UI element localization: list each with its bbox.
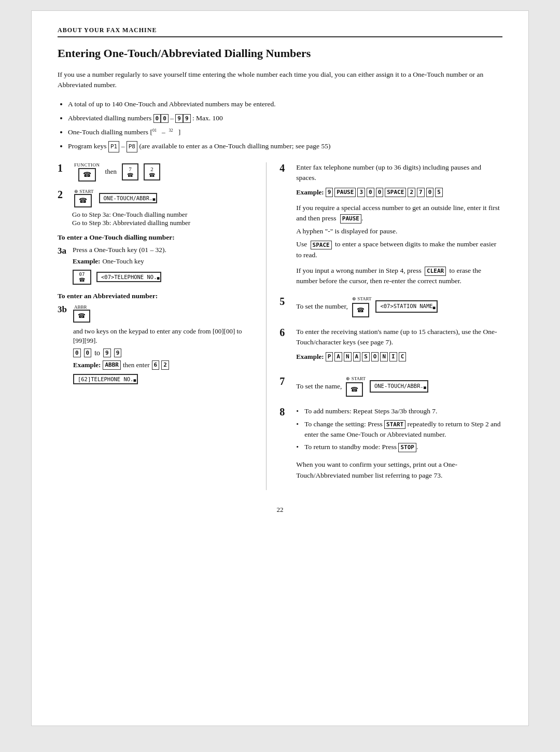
step-1-keys: FUNCTION ☎ then 7 ☎	[74, 162, 250, 182]
step-6-example: Example: P A N A S O N I C	[296, 352, 502, 362]
step-7-desc-pre: To set the name,	[296, 381, 342, 392]
step-2-keys: ⊕ START ☎ ONE-TOUCH/ABBR.	[74, 189, 250, 207]
function-key-label: FUNCTION	[74, 162, 100, 168]
abbr-example-key: ABBR	[103, 360, 121, 369]
step7-start-label: ⊕ START	[346, 375, 366, 383]
step-5-body: To set the number, ⊕ START ☎ <07>STATION…	[296, 296, 502, 317]
example-6-label: Example:	[296, 352, 324, 362]
hand-icon-start: ☎	[79, 197, 87, 205]
step-4-body: Enter fax telephone number (up to 36 dig…	[296, 162, 502, 287]
ex6-key-c: C	[399, 352, 407, 361]
step-4-row: 4 Enter fax telephone number (up to 36 d…	[279, 162, 502, 287]
ex6-key-n: N	[380, 352, 388, 361]
step-3a-keys-row: 07 ☎ <07>TELEPHONE NO.	[73, 270, 166, 285]
range-key-0-2: 0	[84, 349, 92, 357]
bullets-list: A total of up to 140 One-Touch and Abbre…	[68, 98, 502, 153]
p1-key: P1	[108, 141, 119, 152]
step-8: 8 • To add numbers: Repeat Steps 3a/3b t…	[279, 406, 502, 481]
ex6-key-o: O	[371, 352, 379, 361]
step3a-lcd-text: <07>TELEPHONE NO.	[101, 274, 157, 280]
abbr-key-btn[interactable]: ☎	[73, 310, 90, 323]
step-3a: 3a Press a One-Touch key (01 – 32). Exam…	[58, 246, 250, 285]
step-2-number: 2	[58, 189, 69, 200]
ex6-key-a: A	[334, 352, 342, 361]
step5-start-group: ⊕ START ☎	[352, 296, 372, 317]
step5-lcd: <07>STATION NAME	[375, 300, 437, 313]
pause-key-inline: PAUSE	[340, 214, 361, 223]
step2-notes: Go to Step 3a: One-Touch dialling number…	[72, 211, 250, 227]
bullet-item-one-touch: One-Touch dialling numbers [01 – 32 ]	[68, 126, 502, 138]
hand-icon-7: ☎	[351, 385, 358, 394]
space-key-inline: SPACE	[311, 241, 332, 249]
ex6-key-p: P	[326, 352, 333, 361]
step7-start-group: ⊕ START ☎	[346, 375, 366, 397]
step-5-number: 5	[279, 296, 290, 308]
step3a-heading: To enter a One-Touch dialling number:	[58, 233, 250, 242]
bullet-item-program: Program keys P1 – P8 (are available to e…	[68, 140, 502, 152]
bullet-dot-1: •	[296, 406, 301, 416]
example-key-label: 07	[79, 272, 85, 277]
step2-note1: Go to Step 3a: One-Touch dialling number	[72, 211, 250, 219]
example-3a-text: One-Touch key	[102, 257, 144, 266]
step-4-note2: A hyphen "-" is displayed for pause.	[296, 226, 502, 236]
step-5: 5 To set the number, ⊕ START ☎ <0	[279, 296, 502, 317]
key-99-2: 9	[183, 114, 191, 123]
step-7-row: 7 To set the name, ⊕ START ☎ ONE-	[279, 375, 502, 397]
key7-btn[interactable]: 7 ☎	[122, 163, 138, 180]
key2-btn[interactable]: 2 ☎	[144, 163, 160, 180]
step-3b-range: 0 0 to 9 9	[73, 349, 250, 357]
function-key-btn[interactable]: ☎	[78, 168, 96, 182]
step-6: 6 To enter the receiving station's name …	[279, 327, 502, 366]
step5-lcd-text: <07>STATION NAME	[380, 303, 432, 309]
step-6-number: 6	[279, 327, 290, 339]
step-6-desc: To enter the receiving station's name (u…	[296, 327, 502, 348]
step-5-row: 5 To set the number, ⊕ START ☎ <0	[279, 296, 502, 317]
step5-start-btn[interactable]: ☎	[352, 303, 369, 317]
header-title: ABOUT YOUR FAX MACHINE	[58, 26, 157, 34]
enter-key-2: 2	[161, 360, 169, 369]
step2-lcd: ONE-TOUCH/ABBR.	[99, 193, 158, 203]
ex4-key-9: 9	[326, 188, 333, 197]
step3b-lcd: [62]TELEPHONE NO.	[73, 374, 138, 384]
step8-bullet-2-content: To change the setting: Press START repea…	[304, 419, 502, 440]
start-key-group: ⊕ START ☎	[74, 189, 94, 207]
step2-note2: Go to Step 3b: Abbreviated dialling numb…	[72, 219, 250, 227]
step-1-number: 1	[58, 162, 69, 174]
step-5-desc-pre: To set the number,	[296, 301, 348, 312]
key-00-1: 0	[153, 114, 161, 123]
step-5-content: To set the number, ⊕ START ☎ <07>STATION…	[296, 296, 502, 317]
step-6-row: 6 To enter the receiving station's name …	[279, 327, 502, 366]
hand-icon-3: ☎	[149, 172, 155, 178]
ex4-key-0-3: 0	[426, 188, 434, 197]
ex4-key-5: 5	[435, 188, 443, 197]
ex6-key-s: S	[362, 352, 370, 361]
step-8-number: 8	[279, 406, 290, 418]
bullet-item-total: A total of up to 140 One-Touch and Abbre…	[68, 98, 502, 110]
range-key-9-1: 9	[103, 349, 111, 357]
step-3b-lcd-row: [62]TELEPHONE NO.	[73, 374, 250, 384]
step-3b-body: ABBR ☎ and two keys on the keypad to ent…	[73, 304, 250, 384]
step7-start-btn[interactable]: ☎	[346, 382, 363, 397]
hand-icon-5: ☎	[357, 305, 365, 315]
step5-start-label: ⊕ START	[352, 296, 372, 303]
step7-lcd-text: ONE-TOUCH/ABBR.	[374, 383, 424, 389]
right-column: 4 Enter fax telephone number (up to 36 d…	[266, 162, 502, 490]
step-2-content: ⊕ START ☎ ONE-TOUCH/ABBR.	[74, 189, 250, 207]
step-6-body: To enter the receiving station's name (u…	[296, 327, 502, 366]
hand-icon-1: ☎	[83, 171, 91, 179]
clear-key-inline: CLEAR	[425, 267, 446, 275]
step-8-row: 8 • To add numbers: Repeat Steps 3a/3b t…	[279, 406, 502, 481]
step-3b-key-row: ABBR ☎ and two keys on the keypad to ent…	[73, 304, 250, 345]
key-99-1: 9	[175, 114, 183, 123]
example-3a-key[interactable]: 07 ☎	[73, 270, 91, 285]
step8-bullet-3: • To return to standby mode: Press STOP.	[296, 442, 502, 452]
step-7-number: 7	[279, 375, 290, 387]
start-key-btn[interactable]: ☎	[74, 194, 92, 207]
page-number: 22	[58, 506, 502, 514]
abbr-key-group: ABBR ☎	[73, 304, 90, 323]
bullet-item-abbr: Abbreviated dialling numbers 00 – 99 : M…	[68, 112, 502, 124]
bullet-dot-3: •	[296, 442, 301, 452]
key-00-2: 0	[161, 114, 169, 123]
note4-pre: If you input a wrong number in Step 4, p…	[296, 267, 421, 274]
step-4-note1: If you require a special access number t…	[296, 203, 502, 224]
